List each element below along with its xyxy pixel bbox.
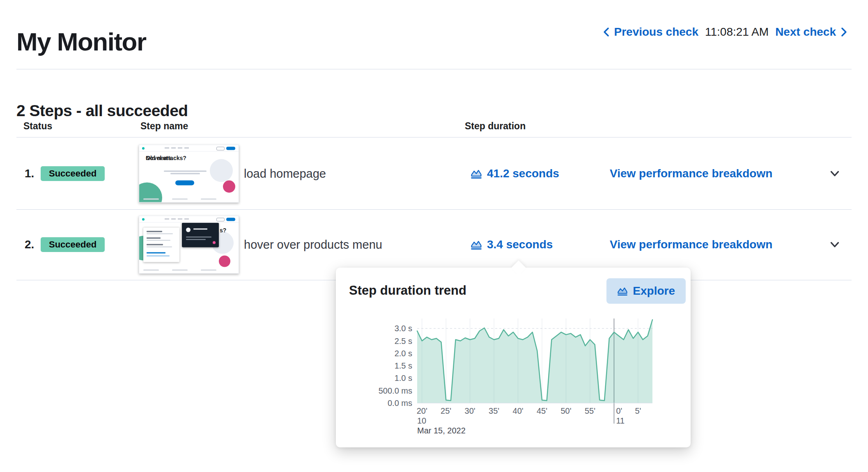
thumb-caption-line — [170, 173, 200, 174]
area-chart-icon — [471, 168, 482, 179]
column-header-step-duration: Step duration — [465, 121, 526, 132]
step-screenshot-thumbnail[interactable]: s? — [139, 216, 239, 274]
previous-check-link[interactable]: Previous check — [601, 25, 698, 39]
thumb-pink-circle-shape — [219, 256, 230, 267]
chevron-right-icon — [838, 27, 849, 37]
popover-title: Step duration trend — [349, 283, 466, 298]
check-time: 11:08:21 AM — [705, 25, 769, 39]
steps-heading: 2 Steps - all succeeded — [16, 102, 188, 120]
header-divider — [16, 69, 852, 69]
page-title: My Monitor — [16, 27, 146, 56]
column-header-status: Status — [23, 121, 52, 132]
chevron-down-icon[interactable] — [829, 167, 841, 180]
area-chart-icon — [617, 286, 628, 296]
thumb-pink-circle-shape — [223, 180, 235, 192]
chevron-left-icon — [601, 27, 612, 37]
explore-button-label: Explore — [633, 284, 675, 298]
thumb-navbar — [139, 216, 239, 223]
trend-chart: 3.0 s2.5 s2.0 s1.5 s1.0 s500.0 ms0.0 ms … — [417, 318, 652, 403]
thumb-footer-line — [172, 198, 188, 199]
thumb-logo-icon — [142, 147, 145, 149]
trend-date-label: Mar 15, 2022 — [417, 426, 466, 435]
thumb-footer-line — [172, 270, 188, 271]
step-duration-popover: Step duration trend Explore 3.0 s2.5 s2.… — [336, 268, 691, 447]
next-check-label: Next check — [775, 25, 836, 39]
thumb-footer-line — [143, 270, 159, 271]
status-badge: Succeeded — [41, 237, 105, 252]
thumb-headline-fragment: s? — [220, 227, 226, 234]
step-screenshot-thumbnail[interactable]: Novel attacks? Old news. — [139, 144, 239, 202]
step-name: load homepage — [244, 167, 326, 180]
explore-button[interactable]: Explore — [606, 278, 686, 304]
trend-hour-axis: 1011 — [417, 416, 652, 426]
next-check-link[interactable]: Next check — [775, 25, 849, 39]
thumb-navbar — [139, 145, 239, 151]
check-navigation: Previous check 11:08:21 AM Next check — [601, 25, 849, 39]
thumb-logo-icon — [142, 218, 145, 221]
view-performance-breakdown-link[interactable]: View performance breakdown — [610, 238, 772, 251]
status-badge: Succeeded — [41, 166, 105, 181]
step-name: hover over products menu — [244, 238, 382, 252]
thumb-footer-line — [201, 198, 216, 199]
thumb-footer-line — [201, 270, 216, 271]
previous-check-label: Previous check — [614, 25, 698, 39]
step-duration-value: 41.2 seconds — [487, 167, 559, 180]
thumb-cta-button-shape — [175, 180, 194, 185]
step-duration-value: 3.4 seconds — [487, 238, 553, 251]
thumb-footer-line — [143, 198, 159, 199]
thumb-gray-circle-shape — [210, 159, 233, 182]
step-duration-link[interactable]: 41.2 seconds — [471, 167, 559, 180]
chevron-down-icon[interactable] — [829, 238, 841, 251]
step-row: 1. Succeeded Novel attacks? Old news. lo… — [16, 137, 852, 210]
area-chart-icon — [471, 239, 482, 250]
column-header-step-name: Step name — [140, 121, 188, 132]
trend-chart-plot — [417, 318, 652, 403]
thumb-menu-panel — [143, 228, 179, 262]
step-index: 1. — [25, 167, 34, 180]
thumb-dark-menu-panel — [182, 223, 219, 247]
view-performance-breakdown-link[interactable]: View performance breakdown — [610, 167, 772, 180]
step-duration-link[interactable]: 3.4 seconds — [471, 238, 553, 251]
trend-x-axis: 20'25'30'35'40'45'50'55'0'5' — [417, 406, 652, 416]
step-index: 2. — [25, 238, 34, 251]
trend-y-axis: 3.0 s2.5 s2.0 s1.5 s1.0 s500.0 ms0.0 ms — [347, 318, 412, 403]
thumb-caption-line — [164, 170, 207, 172]
